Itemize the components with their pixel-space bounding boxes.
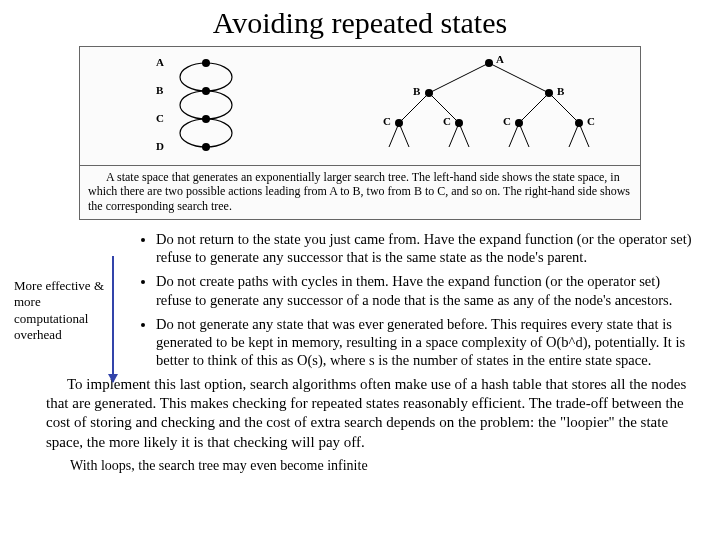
tree-label-A: A	[496, 53, 504, 65]
label-C: C	[156, 112, 164, 124]
tree-label-C4: C	[587, 115, 595, 127]
state-space-graph: A B C D	[80, 47, 338, 165]
svg-line-23	[459, 123, 469, 147]
label-D: D	[156, 140, 164, 152]
list-item: Do not generate any state that was ever …	[156, 315, 694, 369]
svg-point-6	[180, 119, 232, 147]
svg-line-21	[399, 123, 409, 147]
tree-label-C1: C	[383, 115, 391, 127]
svg-line-8	[429, 63, 489, 93]
page-title: Avoiding repeated states	[0, 6, 720, 40]
search-tree-graph: A B B C C C C	[338, 47, 640, 165]
figure-box: A B C D A B B	[79, 46, 641, 220]
label-B: B	[156, 84, 164, 96]
side-note: More effective & more computational over…	[14, 278, 118, 343]
tree-label-B2: B	[557, 85, 565, 97]
figure-caption: A state space that generates an exponent…	[80, 166, 640, 219]
svg-point-4	[180, 63, 232, 91]
svg-point-5	[180, 91, 232, 119]
svg-line-15	[549, 93, 579, 123]
explanation-paragraph: To implement this last option, search al…	[46, 375, 694, 452]
list-item: Do not create paths with cycles in them.…	[156, 272, 694, 308]
tree-label-C3: C	[503, 115, 511, 127]
label-A: A	[156, 56, 164, 68]
tree-label-B1: B	[413, 85, 421, 97]
svg-line-26	[569, 123, 579, 147]
svg-line-12	[399, 93, 429, 123]
svg-line-25	[519, 123, 529, 147]
svg-line-9	[489, 63, 549, 93]
strategies-list: Do not return to the state you just came…	[140, 230, 694, 369]
footnote: With loops, the search tree may even bec…	[70, 458, 720, 474]
tree-label-C2: C	[443, 115, 451, 127]
svg-line-14	[519, 93, 549, 123]
list-item: Do not return to the state you just came…	[156, 230, 694, 266]
